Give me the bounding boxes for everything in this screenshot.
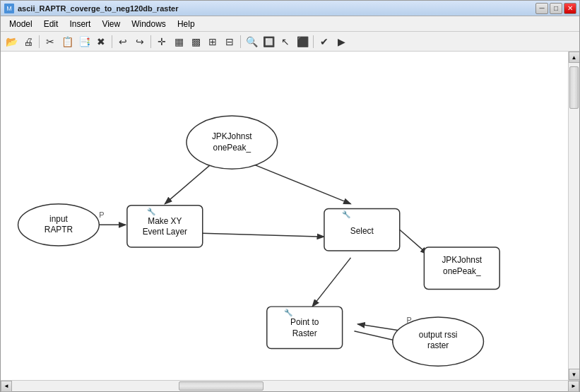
select-button[interactable]: ↖ [278,34,293,49]
redo-button[interactable]: ↪ [132,34,148,49]
paste-button[interactable]: 📑 [76,34,92,49]
tool-icon-ptor: 🔧 [285,308,294,317]
maximize-button[interactable]: □ [550,3,562,14]
vertical-scrollbar: ▲ ▼ [568,52,579,380]
validate-button[interactable]: ✔ [316,34,332,49]
menu-bar: Model Edit Insert View Windows Help [1,16,579,32]
menu-windows[interactable]: Windows [126,18,172,30]
scroll-h-thumb[interactable] [179,381,264,391]
menu-view[interactable]: View [96,18,126,30]
canvas-area[interactable]: P P input RAPTR [1,52,568,380]
tool-icon-makexy: 🔧 [147,207,156,216]
arrow-select-to-ptoraster [312,258,350,307]
run-button[interactable]: ▶ [333,34,349,49]
window-controls: ─ □ ✕ [535,3,576,14]
node-select-label: Select [350,226,374,236]
node-input-raptr-label2: RAPTR [45,225,73,234]
separator-1 [39,35,40,48]
zoom-out-button[interactable]: 🔲 [261,34,276,49]
scroll-down-button[interactable]: ▼ [569,369,580,380]
tool-icon-select: 🔧 [342,210,351,219]
minimize-button[interactable]: ─ [535,3,548,14]
arrow-select-to-jpkright [400,230,428,254]
node-jpk-right-label2: onePeak_ [443,266,481,276]
grid-button[interactable]: ▦ [171,34,187,49]
undo-button[interactable]: ↩ [115,34,131,49]
arrow-jpktop-to-makexy [165,161,214,203]
collapse-button[interactable]: ⊟ [222,34,237,49]
node-output-label1: output rssi [419,330,458,340]
toolbar: 📂 🖨 ✂ 📋 📑 ✖ ↩ ↪ ✛ ▦ ▩ ⊞ ⊟ 🔍 🔲 ↖ ⬛ ✔ ▶ [1,32,579,52]
scroll-up-button[interactable]: ▲ [569,52,580,63]
move-button[interactable]: ✛ [154,34,170,49]
delete-button[interactable]: ✖ [93,34,109,49]
node-output-label2: raster [427,340,449,350]
print-button[interactable]: 🖨 [20,34,36,49]
scroll-right-button[interactable]: ► [568,381,579,392]
node-ptor-label1: Point to [290,317,319,327]
copy-button[interactable]: 📋 [59,34,75,49]
menu-help[interactable]: Help [172,18,201,30]
zoom-in-button[interactable]: 🔍 [244,34,259,49]
separator-5 [313,35,314,48]
scroll-h-track[interactable] [12,381,568,391]
node-make-xy-label2: Event Layer [143,227,187,237]
separator-3 [150,35,151,48]
diagram-canvas: P P input RAPTR [1,52,568,380]
node-make-xy-label1: Make XY [148,216,182,226]
separator-4 [240,35,241,48]
svg-text:M: M [6,5,12,12]
close-button[interactable]: ✕ [564,3,576,14]
menu-edit[interactable]: Edit [38,18,64,30]
arrow-jpktop-to-select [246,161,350,203]
separator-2 [112,35,112,48]
node-jpk-top-label1: JPKJohnst [212,131,252,141]
grid2-button[interactable]: ▩ [188,34,203,49]
connect-button[interactable]: ⬛ [295,34,310,49]
node-jpk-right-label1: JPKJohnst [442,255,482,265]
window-title: ascii_RAPTR_coverge_to_neg120db_raster [18,4,535,13]
arrow-makexy-to-select [203,233,324,237]
open-button[interactable]: 📂 [4,34,19,49]
bottom-scrollbar: ◄ ► [1,380,579,391]
node-ptor-label2: Raster [292,328,317,338]
arrow-output-to-ptoraster [357,324,403,331]
label-p-input: P [99,210,104,219]
menu-model[interactable]: Model [4,18,38,30]
scroll-v-thumb[interactable] [569,66,579,109]
scroll-left-button[interactable]: ◄ [1,381,12,392]
title-bar: M ascii_RAPTR_coverge_to_neg120db_raster… [1,1,579,16]
app-icon: M [4,3,15,14]
node-jpk-top-label2: onePeak_ [213,143,251,153]
main-area: P P input RAPTR [1,52,579,380]
cut-button[interactable]: ✂ [42,34,58,49]
scroll-v-track[interactable] [569,63,579,369]
node-input-raptr-label: input [49,214,68,224]
expand-button[interactable]: ⊞ [205,34,220,49]
main-window: M ascii_RAPTR_coverge_to_neg120db_raster… [0,0,580,392]
menu-insert[interactable]: Insert [64,18,96,30]
